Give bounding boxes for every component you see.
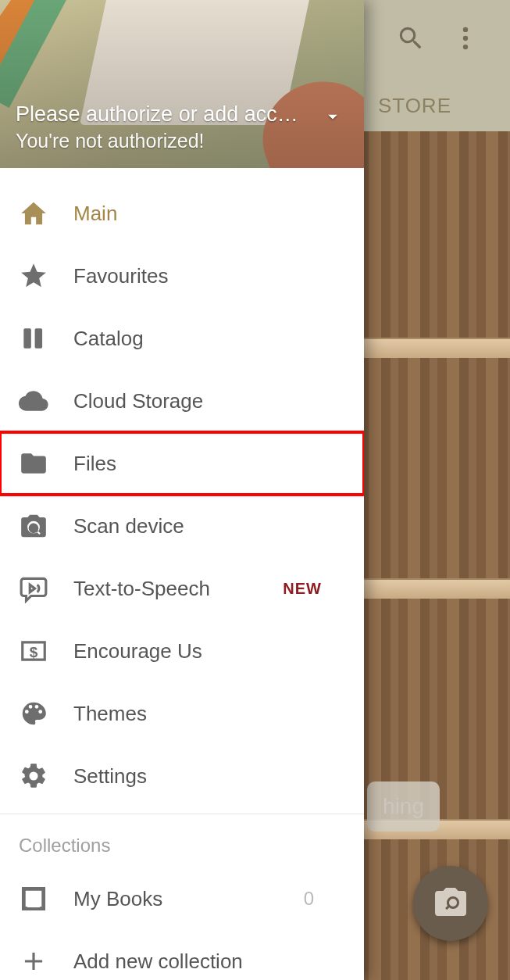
- nav-item-label: Cloud Storage: [73, 389, 203, 413]
- collections-section-label: Collections: [0, 828, 364, 867]
- svg-text:$: $: [30, 644, 38, 660]
- collection-item-my-books[interactable]: My Books 0: [0, 867, 364, 930]
- nav-item-label: Catalog: [73, 327, 144, 351]
- navigation-drawer: Please authorize or add acco… You're not…: [0, 0, 364, 980]
- nav-item-label: Encourage Us: [73, 639, 202, 663]
- gear-icon: [19, 761, 73, 791]
- books-icon: [19, 324, 73, 353]
- drawer-menu: Main Favourites Catalog Cloud Storage Fi…: [0, 168, 364, 980]
- divider: [0, 814, 364, 814]
- nav-item-settings[interactable]: Settings: [0, 745, 364, 807]
- nav-item-themes[interactable]: Themes: [0, 682, 364, 745]
- plus-icon: [19, 946, 73, 976]
- svg-point-0: [463, 27, 468, 32]
- money-icon: $: [19, 636, 73, 666]
- svg-rect-3: [23, 328, 30, 348]
- svg-rect-6: [27, 900, 40, 908]
- svg-point-2: [463, 45, 468, 49]
- search-icon[interactable]: [396, 23, 426, 56]
- partial-hint-text: hing: [367, 781, 440, 832]
- home-icon: [19, 199, 73, 228]
- more-vert-icon[interactable]: [451, 23, 480, 56]
- nav-item-scan-device[interactable]: Scan device: [0, 495, 364, 557]
- collection-label: My Books: [73, 887, 162, 911]
- nav-item-files[interactable]: Files: [0, 432, 364, 495]
- camera-search-icon: [432, 883, 469, 924]
- scan-fab-button[interactable]: [413, 866, 488, 941]
- nav-item-catalog[interactable]: Catalog: [0, 307, 364, 370]
- camera-search-icon: [19, 511, 73, 541]
- add-collection-label: Add new collection: [73, 950, 243, 974]
- svg-point-1: [463, 36, 468, 41]
- nav-item-label: Themes: [73, 702, 147, 726]
- star-icon: [19, 261, 73, 291]
- nav-item-main[interactable]: Main: [0, 182, 364, 245]
- auth-prompt-line2: You're not authorized!: [16, 130, 309, 152]
- cloud-icon: [19, 386, 73, 416]
- nav-item-label: Settings: [73, 764, 147, 789]
- nav-item-cloud-storage[interactable]: Cloud Storage: [0, 370, 364, 432]
- nav-item-label: Text-to-Speech: [73, 577, 210, 601]
- drawer-header[interactable]: Please authorize or add acco… You're not…: [0, 0, 364, 168]
- nav-item-label: Main: [73, 202, 117, 226]
- nav-item-encourage[interactable]: $ Encourage Us: [0, 620, 364, 682]
- dropdown-icon[interactable]: [322, 106, 344, 131]
- collection-count: 0: [304, 888, 314, 910]
- nav-item-tts[interactable]: Text-to-Speech NEW: [0, 557, 364, 620]
- nav-item-label: Favourites: [73, 264, 168, 288]
- auth-prompt-line1: Please authorize or add acco…: [16, 102, 309, 127]
- tab-store[interactable]: STORE: [378, 94, 451, 118]
- speech-icon: [19, 574, 73, 603]
- palette-icon: [19, 699, 73, 728]
- add-collection-button[interactable]: Add new collection: [0, 930, 364, 980]
- svg-rect-4: [35, 328, 43, 348]
- nav-item-label: Files: [73, 452, 116, 476]
- new-badge: NEW: [283, 580, 322, 598]
- nav-item-favourites[interactable]: Favourites: [0, 245, 364, 307]
- nav-item-label: Scan device: [73, 514, 184, 538]
- folder-icon: [19, 449, 73, 478]
- inbox-icon: [19, 884, 73, 914]
